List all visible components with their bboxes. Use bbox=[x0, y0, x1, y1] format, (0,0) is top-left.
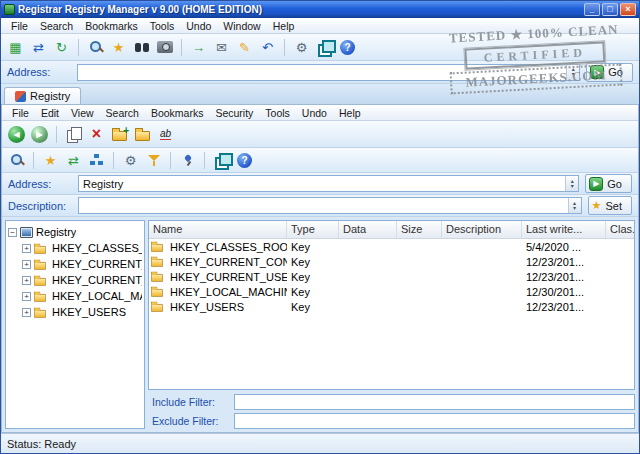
menu-help[interactable]: Help bbox=[333, 106, 367, 120]
menu-tools[interactable]: Tools bbox=[259, 106, 296, 120]
settings-icon[interactable]: ⚙ bbox=[291, 37, 312, 58]
add-bookmark-icon[interactable]: ★ bbox=[40, 150, 61, 171]
tree-root[interactable]: − Registry bbox=[8, 224, 142, 240]
column-header-data[interactable]: Data bbox=[339, 221, 397, 238]
outer-address-input[interactable] bbox=[78, 65, 566, 80]
main-toolbar: ▦ ⇄ ↻ ★ → ✉ ✎ ↶ ⚙ ? bbox=[1, 34, 639, 61]
search-icon[interactable] bbox=[6, 150, 27, 171]
inner-address-input[interactable] bbox=[79, 176, 565, 191]
pin-icon[interactable] bbox=[177, 150, 198, 171]
exclude-filter-input[interactable] bbox=[234, 413, 635, 429]
column-header-size[interactable]: Size bbox=[397, 221, 442, 238]
tree-item-hkey-classes-root[interactable]: + HKEY_CLASSES_ROOT bbox=[8, 240, 142, 256]
tree-item-hkey-users[interactable]: + HKEY_USERS bbox=[8, 304, 142, 320]
combo-dropdown-button[interactable]: ▴ ▾ bbox=[568, 198, 581, 213]
menu-search[interactable]: Search bbox=[34, 19, 79, 33]
folder-icon bbox=[151, 244, 163, 252]
tree-view-icon[interactable] bbox=[86, 150, 107, 171]
column-header-class[interactable]: Clas... bbox=[606, 221, 634, 238]
tree-item-hkey-current-config[interactable]: + HKEY_CURRENT_CONFIG bbox=[8, 256, 142, 272]
help-icon[interactable]: ? bbox=[337, 37, 358, 58]
refresh-icon[interactable]: ↻ bbox=[51, 37, 72, 58]
snapshot-camera-icon[interactable] bbox=[154, 37, 175, 58]
cell-type: Key bbox=[287, 241, 339, 253]
send-mail-icon[interactable]: ✉ bbox=[211, 37, 232, 58]
tree-item-hkey-local-machine[interactable]: + HKEY_LOCAL_MACHINE bbox=[8, 288, 142, 304]
connect-computer-icon[interactable]: ⇄ bbox=[28, 37, 49, 58]
column-header-name[interactable]: Name bbox=[149, 221, 287, 238]
inner-go-button[interactable]: ▶ Go bbox=[585, 174, 632, 193]
menu-window[interactable]: Window bbox=[217, 19, 266, 33]
outer-menubar: File Search Bookmarks Tools Undo Window … bbox=[1, 18, 639, 34]
menu-view[interactable]: View bbox=[65, 106, 100, 120]
rename-icon[interactable]: ab bbox=[155, 124, 176, 145]
edit-note-icon[interactable]: ✎ bbox=[234, 37, 255, 58]
expand-box-icon[interactable]: + bbox=[22, 292, 31, 301]
forward-icon[interactable]: ▶ bbox=[29, 124, 50, 145]
menu-bookmarks[interactable]: Bookmarks bbox=[79, 19, 144, 33]
collapse-box-icon[interactable]: − bbox=[8, 228, 17, 237]
description-input[interactable] bbox=[79, 198, 568, 213]
outer-go-button[interactable]: ▶ Go bbox=[586, 63, 633, 82]
status-text: Status: Ready bbox=[7, 438, 76, 450]
filter-funnel-icon[interactable] bbox=[143, 150, 164, 171]
undo-icon[interactable]: ↶ bbox=[257, 37, 278, 58]
table-row[interactable]: HKEY_CLASSES_ROOT Key 5/4/2020 ... bbox=[149, 239, 634, 254]
table-row[interactable]: HKEY_LOCAL_MACHINE Key 12/30/201... bbox=[149, 284, 634, 299]
tab-registry[interactable]: Registry bbox=[4, 87, 81, 104]
menu-help[interactable]: Help bbox=[267, 19, 301, 33]
export-icon[interactable]: → bbox=[188, 37, 209, 58]
new-key-icon[interactable] bbox=[109, 124, 130, 145]
spin-down-icon: ▾ bbox=[573, 206, 576, 211]
menu-undo[interactable]: Undo bbox=[180, 19, 217, 33]
delete-icon[interactable]: × bbox=[86, 124, 107, 145]
table-row[interactable]: HKEY_CURRENT_USER Key 12/23/201... bbox=[149, 269, 634, 284]
table-row[interactable]: HKEY_USERS Key 12/23/201... bbox=[149, 299, 634, 314]
column-header-last-write[interactable]: Last write... bbox=[522, 221, 606, 238]
key-list: Name Type Data Size Description Last wri… bbox=[148, 220, 635, 390]
folder-icon[interactable] bbox=[132, 124, 153, 145]
menu-undo[interactable]: Undo bbox=[296, 106, 333, 120]
table-row[interactable]: HKEY_CURRENT_CONF... Key 12/23/201... bbox=[149, 254, 634, 269]
copy-pages-icon[interactable] bbox=[63, 124, 84, 145]
toolbar-separator bbox=[78, 39, 79, 56]
minimize-button[interactable]: _ bbox=[584, 3, 600, 16]
settings-search-icon[interactable]: ⚙ bbox=[120, 150, 141, 171]
connect-icon[interactable]: ⇄ bbox=[63, 150, 84, 171]
menu-file[interactable]: File bbox=[5, 19, 34, 33]
combo-dropdown-button[interactable]: ▴ ▾ bbox=[565, 176, 578, 191]
right-pane: Name Type Data Size Description Last wri… bbox=[148, 220, 635, 429]
folder-icon bbox=[34, 310, 46, 318]
menu-edit[interactable]: Edit bbox=[35, 106, 65, 120]
menu-search[interactable]: Search bbox=[100, 106, 145, 120]
find-binoculars-icon[interactable] bbox=[131, 37, 152, 58]
bookmarks-star-icon[interactable]: ★ bbox=[108, 37, 129, 58]
help-icon[interactable]: ? bbox=[234, 150, 255, 171]
registry-icon[interactable]: ▦ bbox=[5, 37, 26, 58]
cell-name: HKEY_CLASSES_ROOT bbox=[170, 241, 287, 253]
expand-box-icon[interactable]: + bbox=[22, 276, 31, 285]
expand-box-icon[interactable]: + bbox=[22, 244, 31, 253]
menu-file[interactable]: File bbox=[6, 106, 35, 120]
search-icon[interactable] bbox=[85, 37, 106, 58]
combo-dropdown-button[interactable]: ▴ ▾ bbox=[566, 65, 579, 80]
column-header-type[interactable]: Type bbox=[287, 221, 339, 238]
computer-icon bbox=[20, 227, 33, 238]
set-button[interactable]: ★ Set bbox=[588, 196, 632, 215]
cascade-windows-icon[interactable] bbox=[314, 37, 335, 58]
cascade-windows-icon[interactable] bbox=[211, 150, 232, 171]
include-filter-input[interactable] bbox=[234, 394, 635, 410]
expand-box-icon[interactable]: + bbox=[22, 308, 31, 317]
tree-item-hkey-current-user[interactable]: + HKEY_CURRENT_USER bbox=[8, 272, 142, 288]
expand-box-icon[interactable]: + bbox=[22, 260, 31, 269]
menu-bookmarks[interactable]: Bookmarks bbox=[145, 106, 210, 120]
close-button[interactable]: × bbox=[620, 3, 636, 16]
column-header-description[interactable]: Description bbox=[442, 221, 522, 238]
folder-shape bbox=[135, 131, 150, 141]
folder-icon bbox=[34, 278, 46, 286]
maximize-button[interactable]: □ bbox=[602, 3, 618, 16]
menu-tools[interactable]: Tools bbox=[144, 19, 181, 33]
menu-security[interactable]: Security bbox=[209, 106, 259, 120]
back-icon[interactable]: ◀ bbox=[6, 124, 27, 145]
spin-down-icon: ▾ bbox=[571, 184, 574, 189]
